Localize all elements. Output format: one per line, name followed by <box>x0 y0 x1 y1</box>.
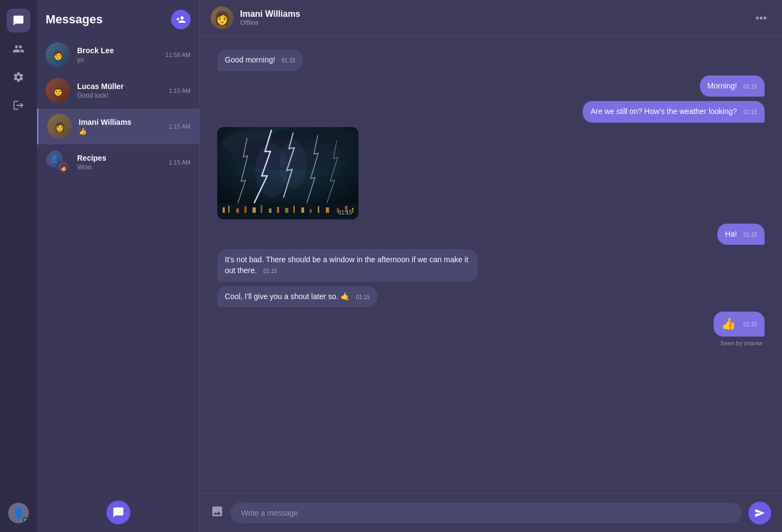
svg-rect-15 <box>326 207 329 213</box>
message-text-7: Cool, I'll give you a shout later so. 🤙 <box>225 292 350 301</box>
add-contact-button[interactable] <box>171 10 191 29</box>
compose-button[interactable] <box>106 501 130 524</box>
svg-rect-10 <box>285 208 288 213</box>
image-time-4: 01:15 <box>336 209 354 216</box>
send-button[interactable] <box>748 502 771 524</box>
conv-name-lucas: Lucas Müller <box>77 82 162 91</box>
svg-rect-13 <box>310 209 312 213</box>
messages-header: Messages <box>37 0 199 37</box>
message-time-1: 01:15 <box>282 58 295 64</box>
conversation-item-lucas[interactable]: 👨 Lucas Müller Good luck! 1:15 AM <box>37 73 199 109</box>
message-row-5: Ha! 01:15 <box>217 224 765 245</box>
svg-rect-7 <box>261 205 262 213</box>
message-text-5: Ha! <box>725 230 737 238</box>
conv-preview-recipes: Wow. <box>77 163 162 171</box>
svg-rect-11 <box>293 206 295 213</box>
message-time-7: 01:15 <box>356 294 370 300</box>
message-text-2: Morning! <box>708 81 737 90</box>
message-bubble-2: Morning! 01:15 <box>700 75 765 97</box>
chat-main: 👩 Imani Williams Offline ••• Good mornin… <box>200 0 782 532</box>
message-row-7: Cool, I'll give you a shout later so. 🤙 … <box>217 286 765 308</box>
conversation-item-brock[interactable]: 🧑 Brock Lee yo 11:58 AM <box>37 37 199 73</box>
conv-avatar-recipes: 👤 🧑 <box>46 150 71 175</box>
chat-header-avatar: 👩 <box>211 7 234 29</box>
icon-sidebar: 👤 <box>0 0 37 532</box>
conv-avatar-lucas: 👨 <box>46 78 71 103</box>
current-user-avatar[interactable]: 👤 <box>8 503 29 523</box>
message-row-3: Are we still on? How's the weather looki… <box>217 101 765 123</box>
conv-info-recipes: Recipes Wow. <box>77 154 162 171</box>
message-row-4: 01:15 <box>217 127 765 219</box>
conversation-item-recipes[interactable]: 👤 🧑 Recipes Wow. 1:15 AM <box>37 144 199 180</box>
message-text-6: It's not bad. There should be a window i… <box>225 255 468 275</box>
message-text-3: Are we still on? How's the weather looki… <box>590 107 737 116</box>
conv-preview-lucas: Good luck! <box>77 92 162 99</box>
message-text-1: Good morning! <box>225 55 275 64</box>
conversation-item-imani[interactable]: 👩 Imani Williams 👍 1:15 AM <box>37 109 199 144</box>
svg-rect-3 <box>228 206 230 213</box>
sidebar-item-contacts[interactable] <box>7 37 30 61</box>
message-bubble-3: Are we still on? How's the weather looki… <box>583 101 765 123</box>
conversation-list: 🧑 Brock Lee yo 11:58 AM 👨 Lucas Müller G… <box>37 37 199 493</box>
svg-rect-6 <box>253 207 256 213</box>
message-time-3: 01:15 <box>743 109 757 115</box>
message-row-6: It's not bad. There should be a window i… <box>217 249 765 281</box>
svg-point-23 <box>280 141 307 189</box>
conv-time-lucas: 1:15 AM <box>169 87 191 94</box>
sidebar-item-settings[interactable] <box>7 65 30 89</box>
message-input[interactable] <box>230 503 742 523</box>
svg-rect-12 <box>301 207 304 213</box>
conv-preview-brock: yo <box>77 56 159 64</box>
chat-header: 👩 Imani Williams Offline ••• <box>200 0 782 36</box>
sidebar-item-messages[interactable] <box>7 9 30 33</box>
chat-header-left: 👩 Imani Williams Offline <box>211 7 300 29</box>
seen-by-label: Seen by imaniw <box>720 340 765 346</box>
message-bubble-5: Ha! 01:15 <box>717 224 765 245</box>
messages-title: Messages <box>46 12 103 27</box>
messages-area: Good morning! 01:15 Morning! 01:15 Are w… <box>200 36 782 493</box>
conv-time-imani: 1:15 AM <box>169 123 191 130</box>
svg-rect-2 <box>223 207 225 213</box>
svg-rect-8 <box>269 208 272 213</box>
message-time-8: 01:15 <box>743 321 757 327</box>
attach-button[interactable] <box>211 505 224 521</box>
chat-contact-name: Imani Williams <box>240 9 300 19</box>
message-time-6: 01:15 <box>263 268 277 274</box>
message-row-8: 👍 01:15 Seen by imaniw <box>217 312 765 346</box>
conv-avatar-imani: 👩 <box>47 114 72 139</box>
messages-sidebar: Messages 🧑 Brock Lee yo 11:58 AM 👨 Lu <box>37 0 200 532</box>
conv-avatar-brock: 🧑 <box>46 42 71 67</box>
conv-info-lucas: Lucas Müller Good luck! <box>77 82 162 99</box>
online-indicator <box>23 517 28 523</box>
conv-name-brock: Brock Lee <box>77 46 159 55</box>
conv-time-brock: 11:58 AM <box>166 52 191 58</box>
more-options-button[interactable]: ••• <box>751 10 771 27</box>
message-bubble-8: 👍 01:15 <box>714 312 765 337</box>
lightning-image <box>217 127 358 219</box>
message-bubble-1: Good morning! 01:15 <box>217 49 303 71</box>
svg-rect-4 <box>236 208 239 213</box>
conv-time-recipes: 1:15 AM <box>169 159 191 166</box>
sidebar-bottom <box>37 493 199 532</box>
chat-contact-info: Imani Williams Offline <box>240 9 300 27</box>
message-row-1: Good morning! 01:15 <box>217 49 765 71</box>
message-bubble-7: Cool, I'll give you a shout later so. 🤙 … <box>217 286 377 308</box>
message-emoji-8: 👍 <box>721 317 736 331</box>
svg-rect-9 <box>277 207 279 213</box>
message-image-4[interactable]: 01:15 <box>217 127 358 219</box>
svg-rect-14 <box>318 206 319 213</box>
message-bubble-6: It's not bad. There should be a window i… <box>217 249 478 281</box>
conv-info-brock: Brock Lee yo <box>77 46 159 64</box>
svg-rect-5 <box>244 206 247 213</box>
message-time-2: 01:15 <box>743 84 757 90</box>
user-avatar-section: 👤 <box>8 503 29 523</box>
chat-input-area <box>200 493 782 532</box>
message-row-2: Morning! 01:15 <box>217 75 765 97</box>
conv-preview-imani: 👍 <box>79 128 162 135</box>
icon-sidebar-top <box>7 9 30 498</box>
message-time-5: 01:15 <box>743 232 757 238</box>
chat-contact-status: Offline <box>240 19 300 27</box>
conv-name-recipes: Recipes <box>77 154 162 162</box>
sidebar-item-logout[interactable] <box>7 93 30 117</box>
conv-name-imani: Imani Williams <box>79 118 162 126</box>
